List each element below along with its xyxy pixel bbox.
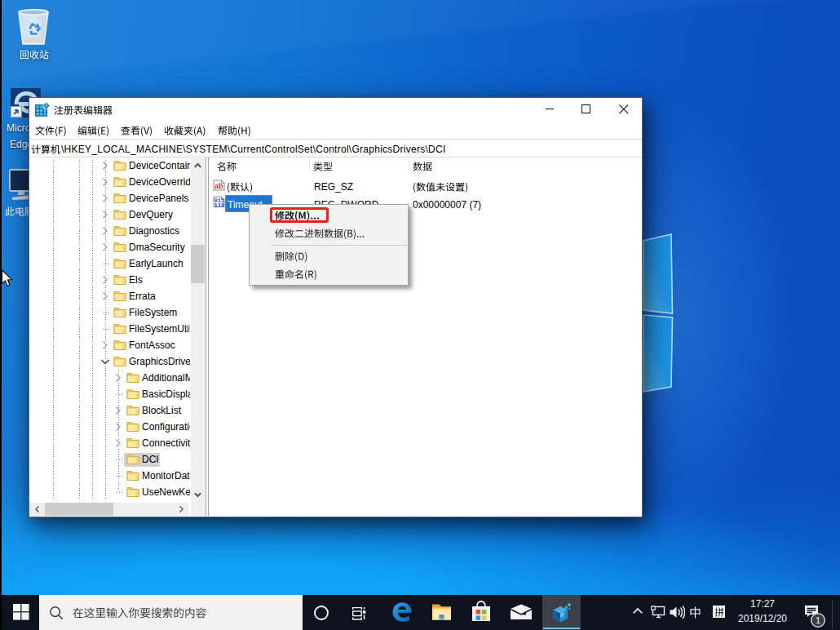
svg-text:110: 110 bbox=[214, 202, 225, 209]
svg-text:1: 1 bbox=[816, 615, 820, 625]
svg-text:ab: ab bbox=[214, 182, 223, 190]
